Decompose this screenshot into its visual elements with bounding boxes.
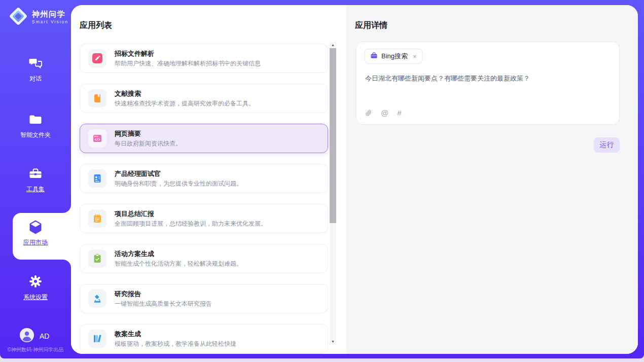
note-icon xyxy=(92,213,102,224)
app-card-description: 模板驱动，教案秒成，教学准备从此轻松快捷 xyxy=(115,340,236,347)
browser-code-icon xyxy=(92,133,102,143)
paperclip-icon[interactable] xyxy=(365,109,372,117)
avatar xyxy=(20,328,34,344)
user-initials: AD xyxy=(40,332,49,340)
app-detail-title: 应用详情 xyxy=(355,20,387,31)
app-card-title: 活动方案生成 xyxy=(115,250,242,258)
hash-icon[interactable]: # xyxy=(397,108,401,117)
question-card: Bing搜索 × 今日湖北有哪些新闻要点？有哪些需要关注的最新政策？ @ # xyxy=(356,42,620,125)
sidebar-item-toolset[interactable]: 工具集 xyxy=(0,166,71,194)
app-card-description: 每日政府新闻资讯快查。 xyxy=(115,140,182,147)
gear-icon xyxy=(0,274,71,291)
app-list: 招标文件解析 帮助用户快速、准确地理解和解析招标书中的关键信息 文献搜索 快速精… xyxy=(80,44,328,353)
app-card[interactable]: 文献搜索 快速精准查找学术资源，提高研究效率的必备工具。 xyxy=(80,84,328,113)
scrollbar-down-icon[interactable]: ▼ xyxy=(330,339,336,344)
sidebar-item-app-market[interactable]: 应用市场 xyxy=(0,220,71,247)
sidebar-item-label: 工具集 xyxy=(26,185,45,194)
app-card-description: 快速精准查找学术资源，提高研究效率的必备工具。 xyxy=(115,100,255,107)
scrollbar-up-icon[interactable]: ▲ xyxy=(330,43,336,48)
app-card-description: 智能生成个性化活动方案，轻松解决规划难题。 xyxy=(115,260,242,267)
pen-square-icon xyxy=(92,53,102,63)
app-card-title: 网页摘要 xyxy=(115,130,182,138)
app-detail-panel: 应用详情 Bing搜索 × 今日湖北有哪些新闻要点？有哪些需要关注的最新政策？ xyxy=(346,5,638,354)
diamond-logo-icon xyxy=(8,6,28,28)
copyright-footer: ©神州数码·神州问学出品 xyxy=(0,346,71,353)
app-card-description: 一键智能生成高质量长文本研究报告 xyxy=(115,300,212,307)
app-card[interactable]: 活动方案生成 智能生成个性化活动方案，轻松解决规划难题。 xyxy=(80,244,328,273)
bump-notch-bottom xyxy=(63,260,71,268)
brand-subtitle: Smart Vision xyxy=(32,19,68,24)
app-list-panel: 应用列表 招标文件解析 帮助用户快速、准确地理解和解析招标书中的关键信息 文献搜… xyxy=(71,5,346,354)
input-toolbar: @ # xyxy=(365,108,402,117)
folder-icon xyxy=(0,112,71,128)
app-card[interactable]: 招标文件解析 帮助用户快速、准确地理解和解析招标书中的关键信息 xyxy=(80,44,328,73)
cube-icon xyxy=(0,220,71,236)
app-card-title: 研究报告 xyxy=(115,290,212,298)
sidebar-item-settings[interactable]: 系统设置 xyxy=(0,274,71,302)
mention-icon[interactable]: @ xyxy=(381,108,388,117)
sidebar-item-chat[interactable]: 对话 xyxy=(0,56,71,83)
brand-logo: 神州问学 Smart Vision xyxy=(8,6,68,28)
app-card-description: 明确身份和职责，为您提供专业性的面试问题。 xyxy=(115,180,242,187)
app-card[interactable]: 研究报告 一键智能生成高质量长文本研究报告 xyxy=(80,284,328,313)
app-card-description: 全面回顾项目进展，总结经验教训，助力未来优化发展。 xyxy=(115,220,267,227)
app-card[interactable]: 项目总结汇报 全面回顾项目进展，总结经验教训，助力未来优化发展。 xyxy=(80,204,328,233)
tool-tag-label: Bing搜索 xyxy=(381,52,408,61)
app-card-description: 帮助用户快速、准确地理解和解析招标书中的关键信息 xyxy=(115,60,261,67)
app-card-title: 产品经理面试官 xyxy=(115,170,242,178)
app-card[interactable]: 网页摘要 每日政府新闻资讯快查。 xyxy=(80,124,328,153)
app-card-title: 招标文件解析 xyxy=(115,50,261,58)
user-account[interactable]: AD xyxy=(20,328,49,344)
app-card-title: 项目总结汇报 xyxy=(115,210,267,218)
microscope-icon xyxy=(92,294,102,304)
bump-notch-top xyxy=(63,205,71,213)
run-button[interactable]: 运行 xyxy=(594,137,620,153)
sidebar-item-label: 智能文件夹 xyxy=(20,131,51,139)
app-card-title: 文献搜索 xyxy=(115,90,255,98)
chat-icon xyxy=(0,56,71,72)
scrollbar[interactable]: ▲ ▼ xyxy=(330,42,336,345)
sidebar-item-label: 对话 xyxy=(29,75,42,83)
close-icon[interactable]: × xyxy=(413,53,417,60)
sidebar-item-smart-folder[interactable]: 智能文件夹 xyxy=(0,112,71,139)
tool-tag-bing-search[interactable]: Bing搜索 × xyxy=(365,49,422,64)
app-card[interactable]: 教案生成 模板驱动，教案秒成，教学准备从此轻松快捷 xyxy=(80,324,328,353)
app-card-title: 教案生成 xyxy=(115,330,236,338)
scrollbar-thumb[interactable] xyxy=(330,48,336,223)
brand-title: 神州问学 xyxy=(32,10,68,19)
app-window: 神州问学 Smart Vision 对话 智能文件夹 工具集 应用市场 系统设置 xyxy=(0,0,644,362)
briefcase-icon xyxy=(370,52,378,61)
sidebar-item-label: 应用市场 xyxy=(23,238,48,247)
question-input[interactable]: 今日湖北有哪些新闻要点？有哪些需要关注的最新政策？ xyxy=(365,74,611,84)
sidebar-item-label: 系统设置 xyxy=(23,293,48,302)
book-icon xyxy=(92,93,102,103)
books-icon xyxy=(92,334,102,344)
resume-icon xyxy=(92,173,102,184)
app-list-title: 应用列表 xyxy=(80,20,112,31)
sidebar: 神州问学 Smart Vision 对话 智能文件夹 工具集 应用市场 系统设置 xyxy=(0,0,71,358)
toolbox-icon xyxy=(0,166,71,183)
app-card[interactable]: 产品经理面试官 明确身份和职责，为您提供专业性的面试问题。 xyxy=(80,164,328,193)
clipboard-check-icon xyxy=(92,254,102,264)
content-panels: 应用列表 招标文件解析 帮助用户快速、准确地理解和解析招标书中的关键信息 文献搜… xyxy=(71,5,638,354)
